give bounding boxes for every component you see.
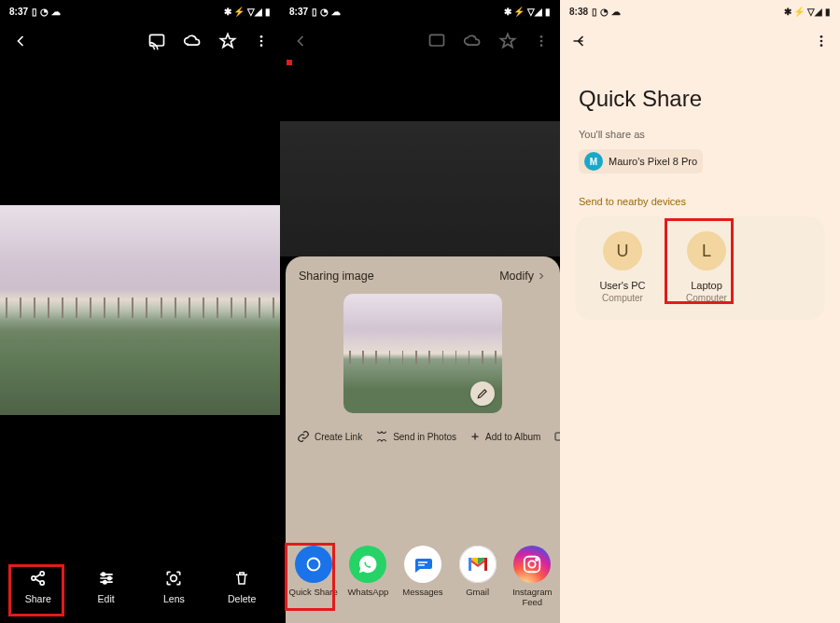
back-icon[interactable] (571, 32, 590, 50)
cast-icon (427, 32, 446, 50)
share-icon (29, 567, 48, 589)
whatsapp-icon (349, 546, 386, 583)
top-bar (0, 22, 280, 60)
status-icons-right: ✱ ⚡ ▽◢ ▮ (504, 7, 551, 17)
top-bar (280, 22, 560, 60)
sliders-icon (97, 567, 116, 589)
status-icons-left: ▯ ◔ ☁ (32, 7, 61, 17)
share-thumbnail[interactable] (343, 294, 502, 413)
lens-button[interactable]: Lens (144, 567, 203, 604)
share-button[interactable]: Share (8, 567, 68, 604)
app-quick-share[interactable]: Quick Share (287, 546, 341, 608)
more-icon (534, 32, 549, 50)
svg-point-8 (107, 576, 110, 579)
svg-point-13 (540, 40, 543, 43)
cast-icon[interactable] (147, 32, 166, 50)
app-messages[interactable]: Messages (396, 546, 450, 608)
status-bar: 8:37 ▯ ◔ ☁ ✱ ⚡ ▽◢ ▮ (280, 0, 560, 22)
identity-name: Mauro's Pixel 8 Pro (609, 156, 697, 167)
app-whatsapp[interactable]: WhatsApp (341, 546, 395, 608)
app-instagram[interactable]: Instagram Feed (505, 546, 559, 608)
share-sheet: Sharing image Modify Create Link Send in (286, 256, 560, 623)
delete-button[interactable]: Delete (212, 567, 272, 604)
device-users-pc[interactable]: U User's PC Computer (581, 231, 665, 303)
messages-icon (404, 546, 441, 583)
status-time: 8:37 (9, 7, 28, 17)
star-icon[interactable] (218, 32, 237, 50)
identity-row[interactable]: M Mauro's Pixel 8 Pro (560, 145, 840, 177)
status-bar: 8:38 ▯ ◔ ☁ ✱ ⚡ ▽◢ ▮ (560, 0, 840, 22)
link-actions-row: Create Link Send in Photos Add to Album … (286, 421, 560, 452)
app-gmail[interactable]: Gmail (451, 546, 505, 608)
edit-button[interactable]: Edit (77, 567, 136, 604)
modify-button[interactable]: Modify (499, 270, 547, 283)
screenshot-quick-share: 8:38 ▯ ◔ ☁ ✱ ⚡ ▽◢ ▮ Quick Share You'll s… (560, 0, 840, 623)
more-icon[interactable] (814, 32, 829, 50)
back-icon[interactable] (291, 32, 310, 50)
share-apps-row: Quick Share WhatsApp Messages Gmail (286, 546, 560, 616)
status-time: 8:38 (569, 7, 588, 17)
page-title: Quick Share (560, 60, 840, 119)
sheet-title: Sharing image (299, 270, 374, 283)
back-icon[interactable] (11, 32, 30, 50)
svg-point-2 (260, 40, 263, 43)
svg-point-20 (820, 40, 823, 43)
delete-label: Delete (228, 593, 256, 604)
cloud-icon[interactable] (183, 32, 202, 50)
cloud-icon (463, 32, 482, 50)
svg-point-1 (260, 35, 263, 38)
create-link-button[interactable]: Create Link (297, 430, 362, 443)
gmail-icon (459, 546, 497, 583)
top-bar (560, 22, 840, 60)
status-bar: 8:37 ▯ ◔ ☁ ✱ ⚡ ▽◢ ▮ (0, 0, 280, 22)
svg-rect-0 (150, 35, 164, 46)
svg-point-21 (820, 44, 823, 47)
quick-share-icon (295, 546, 332, 583)
edit-thumbnail-button[interactable] (470, 381, 495, 406)
status-time: 8:37 (289, 7, 308, 17)
send-in-photos-button[interactable]: Send in Photos (375, 430, 456, 443)
svg-rect-11 (430, 35, 444, 46)
device-avatar: L (687, 231, 726, 270)
share-as-label: You'll share as (560, 119, 840, 145)
share-label: Share (25, 593, 51, 604)
edit-label: Edit (98, 593, 115, 604)
add-to-album-button[interactable]: Add to Album (469, 430, 540, 443)
send-nearby-label: Send to nearby devices (560, 177, 840, 216)
instagram-icon (513, 546, 551, 583)
status-icons-right: ✱ ⚡ ▽◢ ▮ (784, 7, 831, 17)
svg-point-9 (103, 581, 105, 584)
identity-avatar: M (584, 152, 603, 171)
svg-point-17 (529, 561, 536, 567)
svg-point-12 (540, 35, 543, 38)
trash-icon (233, 567, 250, 589)
svg-point-19 (820, 35, 823, 38)
status-icons-left: ▯ ◔ ☁ (312, 7, 341, 17)
device-avatar: U (603, 231, 642, 270)
svg-point-14 (540, 44, 543, 47)
lens-icon (164, 567, 183, 589)
lens-label: Lens (163, 593, 185, 604)
photo-dimmed (280, 121, 560, 256)
more-icon[interactable] (254, 32, 269, 50)
nearby-devices-card: U User's PC Computer L Laptop Computer (575, 216, 825, 320)
status-icons-right: ✱ ⚡ ▽◢ ▮ (224, 7, 271, 17)
svg-point-3 (260, 44, 263, 47)
bottom-action-bar: Share Edit Lens Delete (0, 561, 280, 614)
status-icons-left: ▯ ◔ ☁ (592, 7, 621, 17)
screenshot-share-sheet: 8:37 ▯ ◔ ☁ ✱ ⚡ ▽◢ ▮ Sharing image Modify (280, 0, 560, 623)
svg-point-10 (171, 575, 177, 582)
device-laptop[interactable]: L Laptop Computer (665, 231, 749, 303)
screenshot-photo-viewer: 8:37 ▯ ◔ ☁ ✱ ⚡ ▽◢ ▮ (0, 0, 280, 623)
photo[interactable] (0, 205, 280, 415)
svg-point-18 (536, 559, 538, 561)
svg-point-7 (102, 573, 105, 575)
star-icon (498, 32, 517, 50)
